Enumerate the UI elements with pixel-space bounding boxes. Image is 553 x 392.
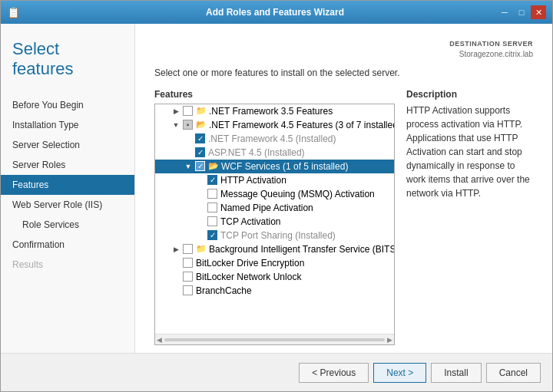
next-button[interactable]: Next > bbox=[373, 363, 426, 383]
folder-icon: 📂 bbox=[208, 161, 219, 172]
feature-text: WCF Services (1 of 5 installed) bbox=[221, 161, 348, 172]
main-window: 📋 Add Roles and Features Wizard ─ □ ✕ Se… bbox=[0, 0, 553, 392]
features-panel-header: Features bbox=[154, 89, 395, 100]
folder-icon: 📁 bbox=[196, 106, 207, 117]
maximize-button[interactable]: □ bbox=[514, 5, 529, 19]
main-content: Select features Before You Begin Install… bbox=[1, 24, 552, 353]
checkbox[interactable] bbox=[207, 203, 217, 212]
spacer-icon bbox=[171, 285, 181, 296]
feature-text: .NET Framework 4.5 Features (3 of 7 inst… bbox=[209, 120, 394, 130]
feature-text: BitLocker Network Unlock bbox=[196, 272, 301, 282]
checkbox[interactable]: ✓ bbox=[207, 230, 217, 240]
folder-icon: 📂 bbox=[196, 120, 207, 130]
scroll-left-icon[interactable]: ◀ bbox=[157, 336, 162, 344]
scroll-right-icon[interactable]: ▶ bbox=[387, 336, 392, 344]
features-list-container: ▶ 📁 .NET Framework 3.5 Features ▼ ▪ 📂 . bbox=[154, 104, 395, 345]
spacer-icon bbox=[195, 175, 206, 186]
checkbox[interactable] bbox=[183, 272, 193, 282]
feature-text: .NET Framework 3.5 Features bbox=[209, 106, 333, 117]
checkbox[interactable] bbox=[207, 189, 217, 199]
two-panel: Features ▶ 📁 .NET Framework 3.5 Features bbox=[154, 89, 533, 345]
content-description: Select one or more features to install o… bbox=[154, 68, 533, 78]
list-item[interactable]: ▼ ✓ 📂 WCF Services (1 of 5 installed) bbox=[155, 160, 394, 173]
list-item[interactable]: ▶ 📁 Background Intelligent Transfer Serv… bbox=[155, 242, 394, 256]
feature-text: HTTP Activation bbox=[220, 175, 286, 186]
list-item[interactable]: ▶ 📁 .NET Framework 3.5 Features bbox=[155, 104, 394, 118]
checkbox[interactable]: ✓ bbox=[195, 147, 205, 157]
spacer-icon bbox=[183, 147, 194, 158]
sidebar-item-server-selection[interactable]: Server Selection bbox=[1, 135, 134, 155]
sidebar-item-confirmation[interactable]: Confirmation bbox=[1, 235, 134, 255]
list-item[interactable]: ▼ ▪ 📂 .NET Framework 4.5 Features (3 of … bbox=[155, 118, 394, 132]
checkbox[interactable]: ✓ bbox=[195, 133, 205, 143]
list-item[interactable]: ✓ TCP Port Sharing (Installed) bbox=[155, 229, 394, 242]
destination-server-info: DESTINATION SERVER Storagezone.citrix.la… bbox=[154, 39, 533, 60]
sidebar-item-before-begin[interactable]: Before You Begin bbox=[1, 95, 134, 115]
window-title: Add Roles and Features Wizard bbox=[53, 7, 497, 18]
feature-text: TCP Activation bbox=[220, 216, 280, 227]
sidebar-item-results: Results bbox=[1, 255, 134, 275]
list-item[interactable]: TCP Activation bbox=[155, 215, 394, 229]
titlebar-icon: 📋 bbox=[7, 6, 20, 18]
expand-icon: ▼ bbox=[183, 161, 194, 172]
list-item[interactable]: Named Pipe Activation bbox=[155, 201, 394, 215]
destination-server-name: Storagezone.citrix.lab bbox=[154, 49, 533, 60]
minimize-button[interactable]: ─ bbox=[497, 5, 512, 19]
checkbox[interactable] bbox=[207, 216, 217, 226]
footer: < Previous Next > Install Cancel bbox=[1, 353, 552, 391]
content-area: DESTINATION SERVER Storagezone.citrix.la… bbox=[135, 24, 552, 353]
checkbox[interactable]: ✓ bbox=[195, 161, 205, 171]
previous-button[interactable]: < Previous bbox=[299, 363, 369, 383]
description-panel-header: Description bbox=[406, 89, 533, 100]
checkbox[interactable] bbox=[183, 244, 193, 254]
list-item[interactable]: ✓ .NET Framework 4.5 (Installed) bbox=[155, 132, 394, 146]
feature-text: TCP Port Sharing (Installed) bbox=[220, 230, 336, 241]
spacer-icon bbox=[195, 203, 206, 213]
feature-text: BitLocker Drive Encryption bbox=[196, 258, 304, 268]
checkbox[interactable] bbox=[183, 106, 193, 116]
spacer-icon bbox=[195, 230, 206, 241]
horizontal-scrollbar[interactable]: ◀ ▶ bbox=[155, 334, 394, 344]
feature-text: Named Pipe Activation bbox=[220, 203, 313, 213]
spacer-icon bbox=[171, 272, 181, 282]
feature-text: Background Intelligent Transfer Service … bbox=[209, 244, 394, 255]
feature-text: .NET Framework 4.5 (Installed) bbox=[208, 133, 336, 144]
feature-text: ASP.NET 4.5 (Installed) bbox=[208, 147, 305, 158]
destination-server-label: DESTINATION SERVER bbox=[154, 39, 533, 49]
list-item[interactable]: BranchCache bbox=[155, 284, 394, 298]
expand-icon: ▶ bbox=[171, 106, 181, 117]
checkbox[interactable] bbox=[183, 258, 193, 268]
description-text: HTTP Activation supports process activat… bbox=[406, 104, 533, 200]
cancel-button[interactable]: Cancel bbox=[486, 363, 541, 383]
list-item[interactable]: BitLocker Drive Encryption bbox=[155, 256, 394, 270]
feature-text: BranchCache bbox=[196, 285, 252, 296]
feature-text: Message Queuing (MSMQ) Activation bbox=[220, 189, 375, 199]
checkbox[interactable]: ✓ bbox=[207, 175, 217, 185]
sidebar-heading: Select features bbox=[1, 39, 134, 95]
list-item[interactable]: ✓ HTTP Activation bbox=[155, 173, 394, 187]
checkbox[interactable]: ▪ bbox=[183, 120, 193, 130]
sidebar-item-web-server-role[interactable]: Web Server Role (IIS) bbox=[1, 195, 134, 215]
description-panel: Description HTTP Activation supports pro… bbox=[406, 89, 533, 345]
sidebar-item-server-roles[interactable]: Server Roles bbox=[1, 155, 134, 175]
sidebar-item-features[interactable]: Features bbox=[1, 175, 134, 195]
list-item[interactable]: ✓ ASP.NET 4.5 (Installed) bbox=[155, 146, 394, 160]
sidebar: Select features Before You Begin Install… bbox=[1, 24, 135, 353]
expand-icon: ▼ bbox=[171, 120, 181, 130]
list-item[interactable]: Message Queuing (MSMQ) Activation bbox=[155, 187, 394, 201]
sidebar-item-installation-type[interactable]: Installation Type bbox=[1, 115, 134, 135]
spacer-icon bbox=[195, 189, 206, 199]
spacer-icon bbox=[171, 258, 181, 268]
list-item[interactable]: BitLocker Network Unlock bbox=[155, 270, 394, 284]
features-panel: Features ▶ 📁 .NET Framework 3.5 Features bbox=[154, 89, 395, 345]
expand-icon: ▶ bbox=[171, 244, 181, 255]
close-button[interactable]: ✕ bbox=[531, 5, 546, 19]
folder-icon: 📁 bbox=[196, 244, 207, 255]
checkbox[interactable] bbox=[183, 285, 193, 295]
spacer-icon bbox=[195, 216, 206, 227]
features-list[interactable]: ▶ 📁 .NET Framework 3.5 Features ▼ ▪ 📂 . bbox=[155, 104, 394, 334]
window-controls: ─ □ ✕ bbox=[497, 5, 546, 19]
install-button[interactable]: Install bbox=[431, 363, 481, 383]
titlebar: 📋 Add Roles and Features Wizard ─ □ ✕ bbox=[1, 1, 552, 24]
sidebar-item-role-services[interactable]: Role Services bbox=[1, 215, 134, 235]
